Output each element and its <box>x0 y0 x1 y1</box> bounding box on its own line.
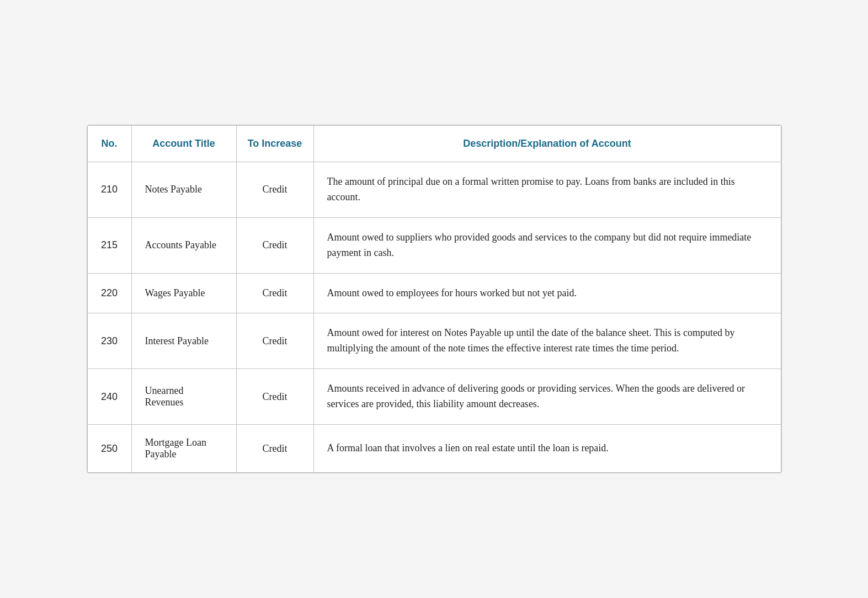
table-row: 215Accounts PayableCreditAmount owed to … <box>87 217 781 273</box>
col-header-account-title: Account Title <box>131 125 236 162</box>
cell-to-increase: Credit <box>236 162 313 217</box>
cell-account-title: Interest Payable <box>131 313 236 369</box>
cell-description: Amount owed to suppliers who provided go… <box>313 217 781 273</box>
table-row: 250Mortgage Loan PayableCreditA formal l… <box>87 425 781 473</box>
cell-description: Amount owed for interest on Notes Payabl… <box>313 313 781 369</box>
cell-description: The amount of principal due on a formal … <box>313 162 781 217</box>
cell-account-title: Unearned Revenues <box>131 369 236 425</box>
col-header-to-increase: To Increase <box>236 125 313 162</box>
cell-no: 250 <box>87 425 131 473</box>
cell-no: 215 <box>87 217 131 273</box>
main-table-container: No. Account Title To Increase Descriptio… <box>87 125 782 473</box>
cell-account-title: Wages Payable <box>131 273 236 313</box>
cell-no: 230 <box>87 313 131 369</box>
col-header-no: No. <box>87 125 131 162</box>
cell-account-title: Notes Payable <box>131 162 236 217</box>
cell-description: A formal loan that involves a lien on re… <box>313 425 781 473</box>
cell-to-increase: Credit <box>236 313 313 369</box>
cell-account-title: Accounts Payable <box>131 217 236 273</box>
table-row: 210Notes PayableCreditThe amount of prin… <box>87 162 781 217</box>
table-body: 210Notes PayableCreditThe amount of prin… <box>87 162 781 472</box>
table-row: 220Wages PayableCreditAmount owed to emp… <box>87 273 781 313</box>
cell-description: Amount owed to employees for hours worke… <box>313 273 781 313</box>
table-row: 240Unearned RevenuesCreditAmounts receiv… <box>87 369 781 425</box>
table-header-row: No. Account Title To Increase Descriptio… <box>87 125 781 162</box>
accounts-table: No. Account Title To Increase Descriptio… <box>87 125 781 473</box>
cell-to-increase: Credit <box>236 425 313 473</box>
table-row: 230Interest PayableCreditAmount owed for… <box>87 313 781 369</box>
cell-description: Amounts received in advance of deliverin… <box>313 369 781 425</box>
cell-no: 240 <box>87 369 131 425</box>
cell-no: 210 <box>87 162 131 217</box>
col-header-description: Description/Explanation of Account <box>313 125 781 162</box>
cell-to-increase: Credit <box>236 273 313 313</box>
cell-account-title: Mortgage Loan Payable <box>131 425 236 473</box>
cell-to-increase: Credit <box>236 369 313 425</box>
cell-no: 220 <box>87 273 131 313</box>
cell-to-increase: Credit <box>236 217 313 273</box>
